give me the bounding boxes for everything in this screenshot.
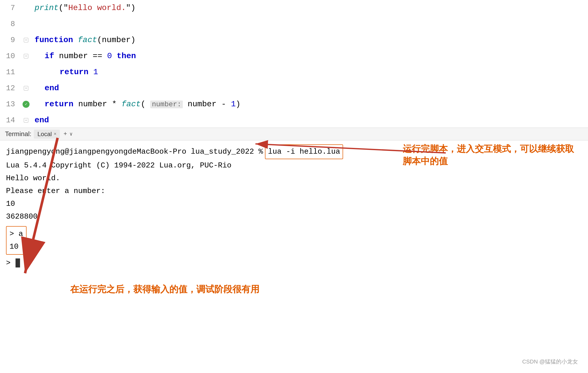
tab-chevron-icon[interactable]: ∨ [70, 131, 73, 137]
annotation-bottom: 在运行完之后，获得输入的值，调试阶段很有用 [70, 283, 259, 296]
gutter-12[interactable]: − [20, 86, 32, 90]
line-number-7: 7 [0, 0, 20, 16]
terminal-tab-bar: Terminal: Local × + ∨ [0, 128, 588, 140]
code-line-11: 11 return 1 [0, 64, 588, 80]
terminal-command-box: lua -i hello.lua [265, 144, 343, 159]
code-line-8: 8 [0, 16, 588, 32]
breakpoint-icon-13[interactable] [23, 101, 30, 108]
terminal-output-1: Lua 5.4.4 Copyright (C) 1994-2022 Lua.or… [6, 159, 582, 172]
tab-plus-icon[interactable]: + [63, 131, 67, 137]
code-content-7: print("Hello world.") [32, 0, 588, 16]
terminal-output-3: Please enter a number: [6, 185, 582, 198]
code-editor: 7 print("Hello world.") 8 9 − function f… [0, 0, 588, 128]
code-lines: 7 print("Hello world.") 8 9 − function f… [0, 0, 588, 128]
code-line-9: 9 − function fact(number) [0, 32, 588, 48]
line-number-8: 8 [0, 16, 20, 32]
terminal-output-2: Hello world. [6, 172, 582, 185]
line-number-13: 13 [0, 96, 20, 112]
tab-close-icon[interactable]: × [54, 131, 57, 137]
gutter-13 [20, 101, 32, 108]
terminal-var-prompt: > a [10, 228, 23, 240]
tab-local-label: Local [37, 131, 52, 138]
terminal-content[interactable]: jiangpengyong@jiangpengyongdeMacBook-Pro… [0, 140, 588, 273]
terminal-area: Terminal: Local × + ∨ jiangpengyong@jian… [0, 128, 588, 373]
code-line-10: 10 − if number == 0 then [0, 48, 588, 64]
code-line-7: 7 print("Hello world.") [0, 0, 588, 16]
code-content-13: return number * fact( number: number - 1… [32, 96, 588, 113]
line-number-10: 10 [0, 48, 20, 64]
cursor-block [16, 258, 20, 267]
fold-icon-12[interactable]: − [24, 86, 28, 90]
code-content-10: if number == 0 then [32, 48, 588, 64]
terminal-final-prompt: > [6, 257, 582, 269]
line-number-9: 9 [0, 32, 20, 48]
code-content-12: end [32, 80, 588, 96]
terminal-var-box: > a 10 [6, 226, 27, 255]
csdn-watermark: CSDN @猛猛的小龙女 [522, 358, 578, 365]
code-content-11: return 1 [32, 64, 588, 80]
code-line-13: 13 return number * fact( number: number … [0, 96, 588, 112]
code-line-14: 14 − end [0, 112, 588, 128]
terminal-prompt-text: jiangpengyong@jiangpengyongdeMacBook-Pro… [6, 145, 263, 158]
terminal-label: Terminal: [5, 130, 31, 138]
code-content-9: function fact(number) [32, 32, 588, 48]
line-number-12: 12 [0, 80, 20, 96]
gutter-14[interactable]: − [20, 118, 32, 123]
fold-icon-14[interactable]: − [24, 118, 28, 123]
terminal-output-5: 3628800 [6, 210, 582, 223]
terminal-var-value: 10 [10, 240, 23, 253]
gutter-10[interactable]: − [20, 54, 32, 58]
code-content-14: end [32, 112, 588, 128]
line-number-11: 11 [0, 64, 20, 80]
code-line-12: 12 − end [0, 80, 588, 96]
fold-icon-9[interactable]: − [24, 38, 28, 42]
fold-icon-10[interactable]: − [24, 54, 28, 58]
terminal-output-4: 10 [6, 198, 582, 210]
gutter-9[interactable]: − [20, 38, 32, 42]
line-number-14: 14 [0, 112, 20, 128]
terminal-tab-local[interactable]: Local × [34, 130, 60, 139]
terminal-interactive-section: > a 10 [6, 225, 582, 255]
terminal-prompt-line: jiangpengyong@jiangpengyongdeMacBook-Pro… [6, 144, 582, 159]
